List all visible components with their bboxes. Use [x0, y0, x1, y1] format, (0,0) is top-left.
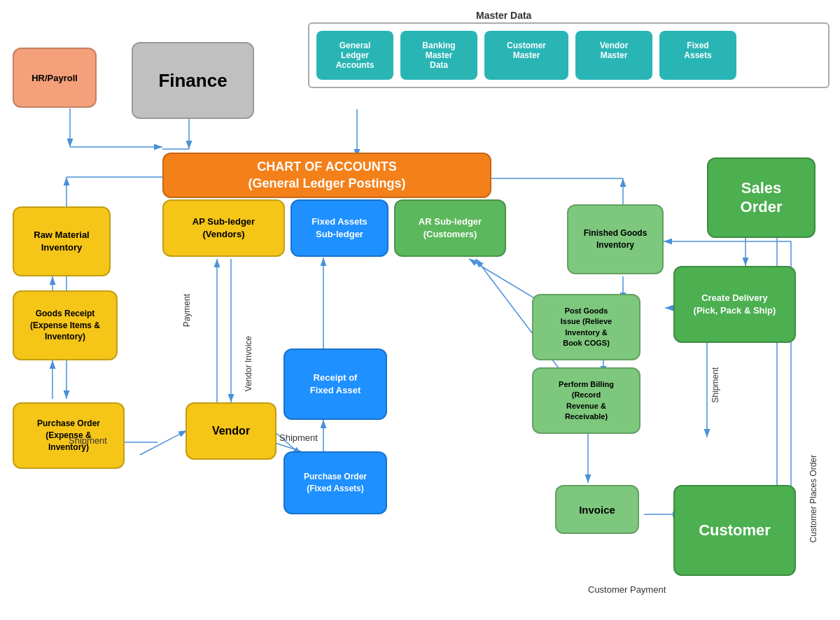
master-data-vendor[interactable]: Vendor Master	[575, 31, 652, 80]
fixed-assets-subledger-box[interactable]: Fixed Assets Sub-ledger	[290, 199, 388, 257]
chart-of-accounts-label: CHART OF ACCOUNTS (General Ledger Postin…	[248, 159, 405, 192]
raw-material-label: Raw Material Inventory	[34, 229, 89, 254]
master-data-gl[interactable]: General Ledger Accounts	[316, 31, 393, 80]
finished-goods-label: Finished Goods Inventory	[584, 227, 648, 251]
hr-payroll-box[interactable]: HR/Payroll	[13, 48, 97, 108]
shipment-label-right: Shipment	[279, 432, 318, 443]
vendor-invoice-label: Vendor Invoice	[244, 336, 253, 391]
ar-subledger-label: AR Sub-ledger (Customers)	[419, 216, 482, 241]
customer-payment-label: Customer Payment	[588, 584, 666, 595]
master-data-customer[interactable]: Customer Master	[484, 31, 568, 80]
fixed-assets-subledger-label: Fixed Assets Sub-ledger	[312, 216, 368, 241]
perform-billing-box[interactable]: Perform Billing (Record Revenue & Receiv…	[532, 367, 640, 434]
payment-label: Payment	[182, 294, 192, 327]
receipt-fa-label: Receipt of Fixed Asset	[310, 372, 361, 397]
customer-places-order-label: Customer Places Order	[808, 455, 818, 542]
po-fa-label: Purchase Order (Fixed Assets)	[304, 471, 367, 495]
chart-of-accounts-box[interactable]: CHART OF ACCOUNTS (General Ledger Postin…	[162, 153, 491, 198]
svg-line-18	[140, 430, 187, 455]
master-data-title: Master Data	[476, 10, 531, 21]
invoice-box[interactable]: Invoice	[555, 485, 639, 534]
shipment-label-left: Shipment	[69, 435, 107, 446]
master-data-container: General Ledger Accounts Banking Master D…	[308, 22, 830, 88]
receipt-fixed-asset-box[interactable]: Receipt of Fixed Asset	[284, 348, 387, 420]
finance-box[interactable]: Finance	[132, 42, 254, 119]
create-delivery-box[interactable]: Create Delivery (Pick, Pack & Ship)	[673, 266, 796, 343]
master-data-banking[interactable]: Banking Master Data	[400, 31, 477, 80]
perform-billing-label: Perform Billing (Record Revenue & Receiv…	[559, 379, 614, 423]
diagram: Master Data General Ledger Accounts Bank…	[0, 0, 840, 620]
goods-receipt-box[interactable]: Goods Receipt (Expense Items & Inventory…	[13, 290, 118, 360]
customer-box[interactable]: Customer	[673, 485, 796, 576]
vendor-box[interactable]: Vendor	[186, 402, 276, 460]
ap-subledger-label: AP Sub-ledger (Vendors)	[192, 216, 255, 241]
create-delivery-label: Create Delivery (Pick, Pack & Ship)	[694, 292, 776, 317]
finished-goods-box[interactable]: Finished Goods Inventory	[567, 204, 664, 274]
svg-line-38	[273, 442, 301, 451]
ar-subledger-box[interactable]: AR Sub-ledger (Customers)	[394, 199, 506, 257]
post-goods-issue-box[interactable]: Post Goods Issue (Relieve Inventory & Bo…	[532, 294, 640, 360]
post-goods-label: Post Goods Issue (Relieve Inventory & Bo…	[561, 306, 612, 349]
raw-material-box[interactable]: Raw Material Inventory	[13, 206, 111, 276]
ap-subledger-box[interactable]: AP Sub-ledger (Vendors)	[162, 199, 285, 257]
purchase-order-fa-box[interactable]: Purchase Order (Fixed Assets)	[284, 451, 387, 514]
goods-receipt-label: Goods Receipt (Expense Items & Inventory…	[30, 308, 100, 343]
shipment-label-delivery: Shipment	[710, 367, 720, 403]
sales-order-label: Sales Order	[741, 179, 783, 216]
sales-order-box[interactable]: Sales Order	[707, 157, 816, 238]
master-data-fixed-assets[interactable]: Fixed Assets	[659, 31, 736, 80]
